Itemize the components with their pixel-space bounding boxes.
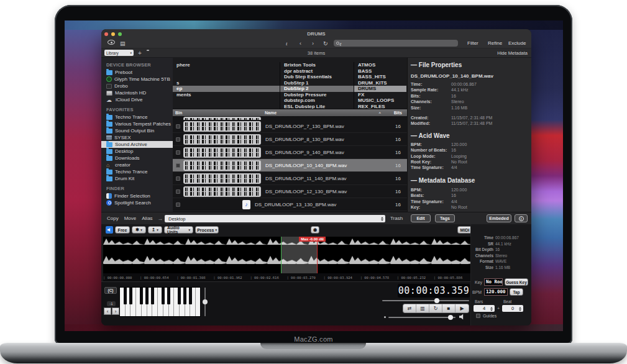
bin-checkbox[interactable] <box>176 189 180 194</box>
refresh-icon[interactable]: ↻ <box>323 40 328 47</box>
column-item[interactable]: MUSIC_LOOPS <box>354 98 406 104</box>
column-item[interactable]: s <box>173 80 280 86</box>
sidebar-item-icloud-drive[interactable]: ☁iCloud Drive <box>106 96 173 103</box>
position-slider[interactable] <box>382 300 469 301</box>
bin-checkbox[interactable] <box>176 176 180 181</box>
column-item[interactable]: REX_FILES <box>354 104 406 109</box>
info-button[interactable]: i <box>515 214 528 222</box>
table-row[interactable]: DS_DRUMLOOP_12_130_BPM.wav16 <box>173 185 407 198</box>
black-key[interactable] <box>145 288 149 304</box>
sidebar-item-downloads[interactable]: Downloads <box>106 155 173 162</box>
sidebar-item-sound-archive[interactable]: Sound Archive <box>101 141 173 148</box>
guess-key-button[interactable]: Guess Key <box>505 278 528 286</box>
table-row[interactable]: DS_DRUMLOOP_9_140_BPM.wav16 <box>173 146 407 159</box>
black-key[interactable] <box>178 288 181 304</box>
column-item[interactable] <box>173 104 280 109</box>
column-item[interactable]: DRUM_KITS <box>354 80 406 86</box>
waveform-display[interactable]: Max -0.00 dB <box>103 237 470 273</box>
slider-thumb[interactable] <box>448 315 453 320</box>
column-item[interactable]: ATMOS <box>354 62 406 68</box>
exclude-button[interactable]: Exclude <box>508 40 526 46</box>
list-view-icon[interactable]: ▤ <box>120 40 126 47</box>
column-header-name[interactable]: Name <box>265 111 383 115</box>
column-item[interactable]: DubStep 1 <box>280 80 354 86</box>
table-row[interactable]: DS_DRUMLOOP_11_140_BPM.wav16 <box>173 172 407 185</box>
guides-checkbox[interactable] <box>476 314 480 318</box>
column-item[interactable]: BASS_HITS <box>354 74 406 80</box>
octave-reference-button[interactable]: (C) <box>104 287 117 294</box>
scrub-button[interactable]: ▥ <box>416 304 429 312</box>
sidebar-item-sysex[interactable]: SYSEX <box>106 134 173 141</box>
back-icon[interactable]: ‹ <box>300 40 301 47</box>
black-key[interactable] <box>167 288 170 304</box>
sidebar-item-preboot[interactable]: Preboot <box>106 69 173 76</box>
sort-ascending-icon[interactable]: ^ <box>378 111 381 115</box>
column-header-bits[interactable]: Bits <box>383 111 407 115</box>
search-input[interactable]: ▾ <box>334 40 458 47</box>
action-icon[interactable]: t <box>286 40 288 47</box>
black-key[interactable] <box>124 288 127 304</box>
alias-button[interactable]: Alias <box>142 216 152 221</box>
slider-thumb[interactable] <box>203 299 208 304</box>
sidebar-item-spotlight-search[interactable]: Spotlight Search <box>106 199 173 206</box>
target-button[interactable]: ◉ <box>311 226 319 234</box>
sidebar-item-glyph-time-machine[interactable]: Glyph Time Machine 5TB <box>106 76 173 83</box>
black-key[interactable] <box>162 288 165 304</box>
embedded-button[interactable]: Embeded <box>487 214 511 222</box>
column-item[interactable] <box>173 74 280 80</box>
column-item[interactable]: ments <box>173 92 280 98</box>
table-row-selected[interactable]: DS_DRUMLOOP_10_140_BPM.wav16 <box>173 159 407 172</box>
volume-slider[interactable] <box>388 317 455 318</box>
refine-button[interactable]: Refine <box>488 40 502 46</box>
tags-button[interactable]: Tags <box>435 214 455 222</box>
black-key[interactable] <box>140 288 143 304</box>
column-item[interactable]: FX <box>354 92 406 98</box>
black-key[interactable] <box>183 288 186 304</box>
sidebar-item-finder-selection[interactable]: Finder Selection <box>106 193 173 199</box>
column-item[interactable]: dpr abstract <box>280 68 354 75</box>
shuffle-button[interactable]: ⇄ <box>403 304 416 312</box>
edit-button[interactable]: Edit <box>411 214 431 222</box>
export-dropdown[interactable]: ↥▾ <box>148 226 162 234</box>
black-key[interactable] <box>129 288 132 304</box>
loop-button[interactable]: ↻ <box>429 304 442 312</box>
bin-checkbox[interactable] <box>176 150 180 155</box>
gear-dropdown[interactable]: ✱▾ <box>132 226 146 234</box>
column-item[interactable]: BASS <box>354 68 406 75</box>
key-field[interactable]: No Root <box>484 278 503 286</box>
bars-stepper[interactable]: 4 <box>474 305 495 312</box>
speaker-icon[interactable] <box>106 226 113 234</box>
column-item[interactable]: Dubstep Pressure <box>280 92 354 98</box>
sidebar-item-drum-kit[interactable]: Drum Kit <box>106 175 173 182</box>
beat-stepper[interactable]: 0 <box>502 305 523 312</box>
hide-metadata-button[interactable]: Hide Metadata <box>497 50 528 56</box>
time-ruler[interactable]: 00:00:00.000 00:00:00.654 00:00:01.308 0… <box>103 273 470 281</box>
table-row[interactable]: ♪DS_DRUMLOOP_13_130_BPM.wav16 <box>173 198 407 211</box>
sidebar-item-creator[interactable]: ⌂creator <box>106 162 173 168</box>
column-header-bin[interactable]: Bin <box>173 111 265 115</box>
forward-icon[interactable]: › <box>312 40 314 47</box>
column-item[interactable]: Brixton Tools <box>280 62 354 68</box>
sidebar-item-macintosh-hd[interactable]: Macintosh HD <box>106 89 173 96</box>
sidebar-item-sound-output-bin[interactable]: Sound Output Bin <box>106 127 173 134</box>
column-item-selected[interactable]: DRUMS <box>354 86 406 92</box>
eye-icon[interactable] <box>108 40 115 45</box>
octave-up-button[interactable]: › <box>112 307 119 315</box>
octave-down-button[interactable]: ‹ <box>104 307 111 315</box>
column-item[interactable]: phere <box>173 62 280 68</box>
stop-button[interactable]: ■ <box>442 304 455 312</box>
piano-keyboard[interactable] <box>119 287 201 317</box>
play-button[interactable]: ▶ <box>455 304 469 312</box>
column-item-selected[interactable]: ep <box>173 86 280 92</box>
table-row[interactable]: DS_DRUMLOOP_7_130_BPM.wav16 <box>173 120 407 133</box>
column-item[interactable] <box>173 98 280 104</box>
column-item[interactable]: dubstep.com <box>280 98 354 104</box>
black-key[interactable] <box>189 288 192 304</box>
bin-checkbox[interactable] <box>176 202 180 207</box>
tap-button[interactable]: Tap <box>510 288 523 296</box>
bpm-field[interactable]: 120.000 <box>484 288 508 296</box>
copy-button[interactable]: Copy <box>107 216 119 221</box>
destination-dropdown[interactable]: Desktop <box>165 215 385 222</box>
sidebar-item-drobo[interactable]: Drobo <box>106 83 173 89</box>
waveform-selection[interactable]: Max -0.00 dB <box>281 237 318 273</box>
